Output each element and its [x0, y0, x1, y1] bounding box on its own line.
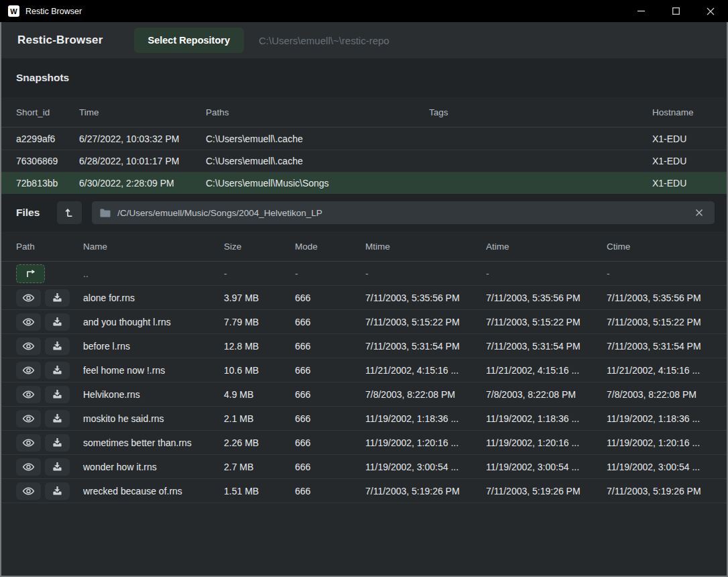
eye-icon [22, 293, 35, 303]
file-row[interactable]: sometimes better than.rns 2.26 MB 666 11… [1, 431, 727, 455]
file-row[interactable]: Helvikone.rns 4.9 MB 666 7/8/2003, 8:22:… [1, 382, 727, 407]
clear-path-button[interactable] [692, 205, 707, 220]
restore-file-button[interactable] [45, 482, 70, 500]
snapshot-paths: C:\Users\emuell\Music\Songs [206, 178, 429, 189]
col-hostname: Hostname [652, 107, 717, 117]
preview-file-button[interactable] [16, 362, 41, 379]
file-ctime: 11/19/2002, 1:18:36 ... [607, 413, 717, 424]
select-repository-button[interactable]: Select Repository [134, 28, 245, 53]
files-table-header: Path Name Size Mode Mtime Atime Ctime [1, 231, 727, 262]
restore-file-button[interactable] [45, 386, 70, 403]
preview-file-button[interactable] [16, 386, 41, 403]
snapshot-time: 6/28/2022, 10:01:17 PM [79, 156, 206, 166]
file-row[interactable]: alone for.rns 3.97 MB 666 7/11/2003, 5:3… [1, 286, 727, 310]
file-row[interactable]: before l.rns 12.8 MB 666 7/11/2003, 5:31… [1, 334, 727, 358]
restore-file-button[interactable] [45, 458, 70, 476]
file-atime: 11/19/2002, 3:00:54 ... [486, 462, 607, 472]
file-mtime: 7/11/2003, 5:15:22 PM [365, 317, 486, 327]
snapshot-row[interactable]: 76306869 6/28/2022, 10:01:17 PM C:\Users… [1, 150, 727, 172]
file-row[interactable]: feel home now !.rns 10.6 MB 666 11/21/20… [1, 358, 727, 382]
file-mode: 666 [295, 389, 365, 400]
restore-file-button[interactable] [45, 313, 70, 331]
minimize-icon [638, 7, 645, 15]
file-ctime: 11/19/2002, 3:00:54 ... [607, 462, 717, 472]
snapshot-row-selected[interactable]: 72b813bb 6/30/2022, 2:28:09 PM C:\Users\… [1, 172, 727, 194]
restore-file-button[interactable] [45, 362, 70, 379]
file-row[interactable]: wonder how it.rns 2.7 MB 666 11/19/2002,… [1, 455, 727, 479]
file-mtime: 11/19/2002, 1:20:16 ... [365, 437, 486, 448]
snapshot-short-id: 76306869 [16, 156, 79, 166]
close-button[interactable] [693, 0, 728, 22]
preview-file-button[interactable] [16, 458, 41, 476]
file-ctime: 7/11/2003, 5:31:54 PM [607, 341, 717, 352]
maximize-button[interactable] [658, 0, 693, 22]
download-icon [52, 413, 62, 423]
snapshot-paths: C:\Users\emuell\.cache [206, 134, 429, 144]
file-mode: 666 [295, 462, 365, 472]
file-row[interactable]: and you thought l.rns 7.79 MB 666 7/11/2… [1, 310, 727, 334]
minimize-button[interactable] [623, 0, 658, 22]
eye-icon [22, 366, 35, 375]
file-name: Helvikone.rns [83, 389, 224, 400]
snapshots-table-header: Short_id Time Paths Tags Hostname [1, 97, 727, 127]
restore-file-button[interactable] [45, 337, 70, 355]
current-path-bar [92, 201, 715, 224]
preview-file-button[interactable] [16, 482, 41, 500]
file-ctime: 7/11/2003, 5:35:56 PM [607, 293, 717, 303]
col-time: Time [79, 107, 206, 117]
level-up-button[interactable] [57, 201, 82, 224]
preview-file-button[interactable] [16, 434, 41, 452]
preview-file-button[interactable] [16, 337, 41, 355]
col-paths: Paths [206, 107, 429, 117]
path-input[interactable] [117, 208, 685, 218]
download-icon [52, 341, 62, 351]
restore-file-button[interactable] [45, 289, 70, 307]
file-size: 2.26 MB [224, 437, 295, 448]
parent-directory-row[interactable]: .. - - - - - [1, 262, 727, 286]
file-name: moskito he said.rns [83, 413, 224, 424]
file-size: - [224, 268, 295, 279]
app-header: Restic-Browser Select Repository C:\User… [1, 22, 727, 58]
restore-file-button[interactable] [45, 410, 70, 427]
file-mode: - [295, 268, 365, 279]
repository-path: C:\Users\emuell\~\restic-repo [259, 35, 389, 46]
file-name: .. [83, 268, 224, 279]
file-mtime: - [365, 268, 486, 279]
file-mtime: 7/8/2003, 8:22:08 PM [365, 389, 486, 400]
close-icon [707, 7, 715, 15]
snapshot-row[interactable]: a2299af6 6/27/2022, 10:03:32 PM C:\Users… [1, 127, 727, 150]
file-row[interactable]: wrecked because of.rns 1.51 MB 666 7/11/… [1, 479, 727, 503]
files-section-header: Files [1, 194, 727, 231]
file-name: before l.rns [83, 341, 224, 352]
file-mtime: 7/11/2003, 5:31:54 PM [365, 341, 486, 352]
col-short-id: Short_id [16, 107, 79, 117]
folder-icon [100, 209, 111, 217]
file-row[interactable]: moskito he said.rns 2.1 MB 666 11/19/200… [1, 407, 727, 431]
download-icon [52, 317, 62, 327]
file-mtime: 7/11/2003, 5:35:56 PM [365, 293, 486, 303]
file-atime: 7/8/2003, 8:22:08 PM [486, 389, 607, 400]
download-icon [52, 389, 62, 399]
titlebar: W Restic Browser [0, 0, 728, 22]
col-atime: Atime [486, 242, 607, 252]
download-icon [52, 462, 62, 472]
eye-icon [22, 438, 35, 448]
titlebar-left: W Restic Browser [0, 5, 82, 17]
file-mode: 666 [295, 413, 365, 424]
file-name: wonder how it.rns [83, 462, 224, 472]
preview-file-button[interactable] [16, 313, 41, 331]
snapshot-hostname: X1-EDU [652, 134, 717, 144]
preview-file-button[interactable] [16, 289, 41, 307]
restore-file-button[interactable] [45, 434, 70, 452]
file-ctime: 11/19/2002, 1:20:16 ... [607, 437, 717, 448]
file-atime: 7/11/2003, 5:19:26 PM [486, 486, 607, 496]
col-tags: Tags [429, 107, 652, 117]
app-title: Restic-Browser [17, 34, 103, 47]
go-up-directory-button[interactable] [16, 264, 45, 283]
preview-file-button[interactable] [16, 410, 41, 427]
snapshot-short-id: a2299af6 [16, 134, 79, 144]
file-mode: 666 [295, 486, 365, 496]
file-name: wrecked because of.rns [83, 486, 224, 496]
window-title: Restic Browser [25, 7, 82, 16]
up-then-right-arrow-icon [25, 270, 36, 278]
